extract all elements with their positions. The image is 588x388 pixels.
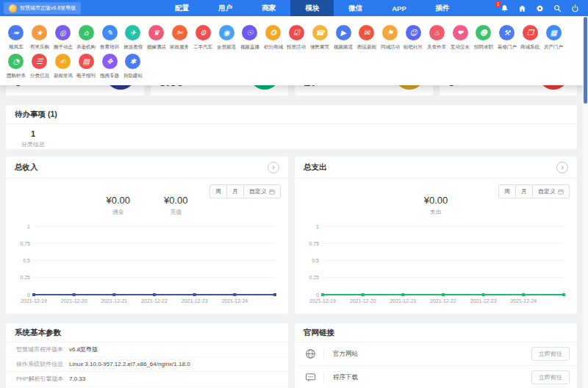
menu-item[interactable]: ♛ 婚嫁酒店 bbox=[145, 25, 168, 51]
video-channel-icon: ▶ bbox=[336, 25, 351, 40]
site-builder-icon: ✱ bbox=[125, 54, 140, 69]
menu-item[interactable]: ◎ 圈子动态 bbox=[51, 25, 75, 51]
week-button[interactable]: 周 bbox=[498, 184, 516, 198]
chart-stat: ¥0.00 充值 bbox=[164, 195, 188, 216]
menu-item[interactable]: ☑ 投票活动 bbox=[285, 25, 309, 51]
gear-icon[interactable] bbox=[536, 4, 544, 12]
expense-period-group: 周 月 自定义 bbox=[498, 184, 570, 198]
goto-official-site-button[interactable]: 立即前往 bbox=[531, 347, 570, 361]
menu-item[interactable]: ⚙ 二手汽车 bbox=[191, 25, 215, 51]
site-links-title: 官网链接 bbox=[304, 328, 334, 338]
power-icon[interactable] bbox=[571, 4, 579, 12]
expense-chart: 00.250.50.7512021-12-192021-12-202021-12… bbox=[302, 220, 570, 305]
circle-feed-icon: ◎ bbox=[55, 25, 71, 40]
menu-item[interactable]: ☻ 招聘求职 bbox=[472, 25, 495, 51]
svg-text:2021-12-22: 2021-12-22 bbox=[141, 298, 168, 303]
param-label: 操作系统软件信息 bbox=[16, 360, 69, 368]
used-car-icon: ⚙ bbox=[196, 25, 211, 40]
svg-text:0.75: 0.75 bbox=[20, 241, 30, 246]
income-period-group: 周 月 自定义 bbox=[209, 184, 281, 198]
local-events-icon: ⚑ bbox=[382, 25, 398, 40]
menu-item[interactable]: ☉ 视频直播 bbox=[238, 25, 262, 51]
nav-item[interactable]: 用户 bbox=[204, 0, 247, 16]
app-logo[interactable]: 智慧城市正版v6.8至尊版 bbox=[4, 2, 81, 14]
menu-item[interactable]: ♨ 美食外卖 bbox=[425, 25, 448, 51]
month-button[interactable]: 月 bbox=[515, 184, 533, 198]
menu-item[interactable]: ★ 有奖乐购 bbox=[28, 25, 51, 51]
nav-item[interactable]: 微信 bbox=[334, 0, 377, 16]
todo-label: 分类信息 bbox=[6, 140, 60, 148]
stat-caption: 支出 bbox=[424, 208, 448, 216]
flash-sale-icon: ◔ bbox=[8, 54, 24, 69]
modules-mega-menu: ➠ 顺风车 ★ 有奖乐购 ◎ 圈子动态 ⌂ 养老机构 ✎ 教育培训 ✈ 旅游度假… bbox=[0, 16, 583, 85]
expense-title: 总支出 bbox=[304, 162, 327, 173]
param-value: v6.8至尊版 bbox=[69, 345, 98, 353]
scrollbar-track[interactable] bbox=[583, 16, 588, 388]
official-site-row: 官方网站 立即前往 bbox=[295, 342, 577, 366]
svg-text:2021-12-24: 2021-12-24 bbox=[221, 298, 248, 303]
param-row: 智慧城市程序版本 v6.8至尊版 bbox=[6, 342, 288, 357]
nav-item[interactable]: 配置 bbox=[160, 0, 204, 16]
scrollbar-thumb[interactable] bbox=[584, 17, 587, 104]
svg-text:0.75: 0.75 bbox=[309, 241, 319, 246]
menu-item[interactable]: ✱ 自助建站 bbox=[121, 54, 145, 79]
nav-item[interactable]: 模块 bbox=[290, 0, 334, 16]
month-button[interactable]: 月 bbox=[226, 184, 244, 198]
income-card: 总收入 › 周 月 自定义 ¥0.00 佣金 ¥0.00 充值 00.250.5… bbox=[6, 157, 288, 314]
menu-item[interactable]: ▤ 电子报刊 bbox=[74, 54, 98, 79]
menu-item[interactable]: ⌂ 养老机构 bbox=[74, 25, 98, 51]
menu-row-1: ➠ 顺风车 ★ 有奖乐购 ◎ 圈子动态 ⌂ 养老机构 ✎ 教育培训 ✈ 旅游度假… bbox=[4, 22, 578, 51]
notification-badge: 1 bbox=[495, 1, 501, 7]
menu-item[interactable]: ✉ 图说新闻 bbox=[355, 25, 379, 51]
menu-item[interactable]: ☎ 便民黄页 bbox=[308, 25, 331, 51]
param-row: PHP解析引擎版本 7.0.33 bbox=[6, 372, 288, 387]
menu-item[interactable]: ✎ 教育培训 bbox=[98, 25, 121, 51]
svg-text:0: 0 bbox=[316, 292, 319, 298]
param-value: Linux 3.10.0-957.12.2.el7.x86_64/nginx/1… bbox=[69, 361, 190, 367]
menu-item[interactable]: ⚑ 同城活动 bbox=[379, 25, 402, 51]
menu-item[interactable]: ✍ 新闻资讯 bbox=[51, 54, 75, 79]
menu-item[interactable]: ▦ 房产门户 bbox=[542, 25, 565, 51]
elder-care-icon: ⌂ bbox=[79, 25, 94, 40]
menu-item[interactable]: ➠ 顺风车 bbox=[4, 25, 28, 51]
menu-item[interactable]: ◉ 全景频道 bbox=[215, 25, 238, 51]
menu-item[interactable]: ☰ 分类信息 bbox=[28, 54, 51, 79]
param-label: PHP解析引擎版本 bbox=[16, 375, 69, 383]
svg-text:0.5: 0.5 bbox=[312, 258, 319, 263]
menu-item[interactable]: ✄ 家政服务 bbox=[168, 25, 192, 51]
menu-item[interactable]: ✪ 积分商城 bbox=[262, 25, 285, 51]
main-nav: 配置用户商家模块微信APP插件 bbox=[160, 0, 465, 16]
menu-item[interactable]: ◔ 团购秒杀 bbox=[4, 54, 28, 79]
nav-item[interactable]: 插件 bbox=[421, 0, 465, 16]
stat-caption: 佣金 bbox=[106, 208, 130, 216]
wedding-hotel-icon: ♛ bbox=[148, 25, 164, 40]
goto-download-button[interactable]: 立即前往 bbox=[531, 370, 570, 384]
menu-item[interactable]: ✈ 旅游度假 bbox=[121, 25, 145, 51]
menu-item[interactable]: ⚒ 装修门户 bbox=[495, 25, 519, 51]
nav-item[interactable]: 商家 bbox=[247, 0, 290, 16]
stat-amount: ¥0.00 bbox=[164, 195, 188, 206]
notification-bell-icon[interactable]: 1 bbox=[501, 4, 509, 12]
chevron-right-icon[interactable]: › bbox=[556, 162, 568, 173]
menu-item[interactable]: ❒ 商城系统 bbox=[519, 25, 542, 51]
custom-range-button[interactable]: 自定义 bbox=[243, 184, 281, 198]
home-icon[interactable] bbox=[518, 4, 526, 12]
svg-text:0.25: 0.25 bbox=[309, 275, 319, 280]
svg-text:0.25: 0.25 bbox=[20, 275, 30, 280]
menu-item[interactable]: ▶ 视频频道 bbox=[331, 25, 355, 51]
nav-item[interactable]: APP bbox=[377, 0, 421, 16]
logo-icon bbox=[9, 4, 17, 12]
todo-header: 待办事项 (1) bbox=[6, 105, 577, 124]
todo-item[interactable]: 1 分类信息 bbox=[6, 129, 60, 148]
search-icon[interactable] bbox=[553, 4, 562, 12]
chevron-right-icon[interactable]: › bbox=[268, 162, 279, 173]
travel-icon: ✈ bbox=[125, 25, 140, 40]
yellow-pages-icon: ☎ bbox=[312, 25, 328, 40]
week-button[interactable]: 周 bbox=[209, 184, 227, 198]
community-icon: ☺ bbox=[406, 25, 421, 40]
menu-item[interactable]: ✥ 拖拽专题 bbox=[98, 54, 121, 79]
custom-range-button[interactable]: 自定义 bbox=[532, 184, 570, 198]
live-video-icon: ☉ bbox=[242, 25, 257, 40]
menu-item[interactable]: ❤ 互动交友 bbox=[448, 25, 472, 51]
menu-item[interactable]: ☺ 贴吧社区 bbox=[402, 25, 426, 51]
